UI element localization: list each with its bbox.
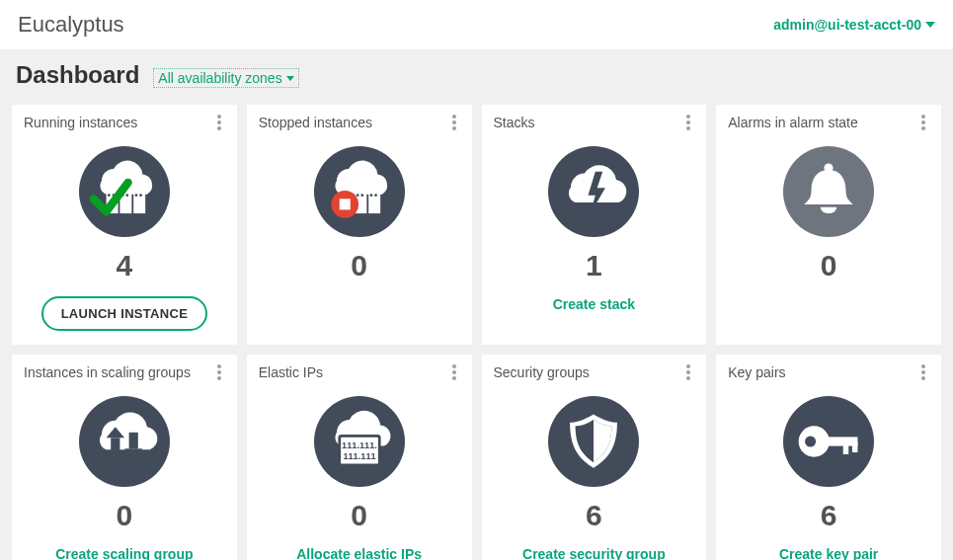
tile-menu-button[interactable] xyxy=(913,362,933,382)
create-stack-link[interactable]: Create stack xyxy=(553,296,635,312)
tile-count: 0 xyxy=(821,249,837,282)
tile-title: Alarms in alarm state xyxy=(728,115,857,130)
svg-point-23 xyxy=(360,194,363,197)
allocate-elastic-ips-link[interactable]: Allocate elastic IPs xyxy=(296,546,422,560)
svg-point-57 xyxy=(921,364,925,368)
tile-menu-button[interactable] xyxy=(209,362,229,382)
topbar: Eucalyptus admin@ui-test-acct-00 xyxy=(0,0,953,49)
svg-point-39 xyxy=(217,370,221,374)
tile-stacks: Stacks 1 Create stack xyxy=(482,105,707,345)
stacks-icon xyxy=(548,146,639,237)
tile-count: 6 xyxy=(821,499,837,532)
kebab-icon xyxy=(686,115,690,130)
svg-text:111.111: 111.111 xyxy=(343,451,375,461)
tile-title: Instances in scaling groups xyxy=(24,364,191,380)
tile-menu-button[interactable] xyxy=(444,362,464,382)
create-key-pair-link[interactable]: Create key pair xyxy=(779,546,878,560)
zone-filter-label: All availability zones xyxy=(158,70,281,86)
svg-point-46 xyxy=(452,364,456,368)
svg-point-0 xyxy=(217,115,221,119)
svg-point-24 xyxy=(369,194,372,197)
alarm-bell-icon xyxy=(783,146,874,237)
tile-count: 1 xyxy=(586,249,602,282)
caret-down-icon xyxy=(925,22,935,28)
page-title: Dashboard xyxy=(16,61,139,89)
kebab-icon xyxy=(686,364,690,380)
tile-key-pairs: Key pairs 6 Create key pair xyxy=(716,355,941,560)
kebab-icon xyxy=(452,115,456,130)
tile-title: Stacks xyxy=(494,115,535,130)
svg-point-59 xyxy=(921,376,925,380)
running-instances-icon xyxy=(79,146,170,237)
tile-security-groups: Security groups 6 Create security group xyxy=(482,355,707,560)
svg-rect-27 xyxy=(339,199,350,209)
create-scaling-group-link[interactable]: Create scaling group xyxy=(55,546,193,560)
user-menu-label: admin@ui-test-acct-00 xyxy=(773,17,921,33)
tile-menu-button[interactable] xyxy=(209,113,229,132)
svg-point-22 xyxy=(356,194,358,197)
key-pairs-icon xyxy=(783,396,874,487)
svg-point-58 xyxy=(921,370,925,374)
create-security-group-link[interactable]: Create security group xyxy=(522,546,666,560)
elastic-ips-icon: 111.111. 111.111 xyxy=(314,396,405,487)
svg-point-47 xyxy=(452,370,456,374)
svg-point-34 xyxy=(921,120,925,124)
user-menu[interactable]: admin@ui-test-acct-00 xyxy=(773,17,935,33)
tile-menu-button[interactable] xyxy=(444,113,464,132)
tile-menu-button[interactable] xyxy=(913,113,933,132)
tile-count: 0 xyxy=(351,499,367,532)
svg-point-2 xyxy=(217,126,221,130)
svg-point-40 xyxy=(217,376,221,380)
svg-point-55 xyxy=(686,376,690,380)
svg-rect-42 xyxy=(111,438,119,454)
svg-point-15 xyxy=(452,126,456,130)
sub-header: Dashboard All availability zones xyxy=(0,49,953,95)
svg-point-38 xyxy=(217,364,221,368)
tile-title: Running instances xyxy=(24,115,137,130)
dashboard-page: Eucalyptus admin@ui-test-acct-00 Dashboa… xyxy=(0,0,953,560)
zone-filter-dropdown[interactable]: All availability zones xyxy=(153,68,298,88)
svg-point-10 xyxy=(125,194,128,197)
kebab-icon xyxy=(452,364,456,380)
svg-rect-65 xyxy=(852,441,858,452)
tile-title: Security groups xyxy=(494,364,590,380)
scaling-group-icon xyxy=(79,396,170,487)
dashboard-grid: Running instances 4 LAUNCH INSTANC xyxy=(0,95,953,560)
tile-title: Key pairs xyxy=(728,364,785,380)
svg-point-11 xyxy=(134,194,137,197)
svg-point-25 xyxy=(374,194,377,197)
svg-point-54 xyxy=(686,370,690,374)
stopped-instances-icon xyxy=(314,146,405,237)
tile-count: 4 xyxy=(117,249,133,282)
tile-alarms: Alarms in alarm state 0 xyxy=(716,105,941,345)
svg-point-13 xyxy=(452,115,456,119)
svg-point-1 xyxy=(217,120,221,124)
tile-count: 0 xyxy=(117,499,133,532)
tile-running-instances: Running instances 4 LAUNCH INSTANC xyxy=(12,105,237,345)
tile-title: Elastic IPs xyxy=(259,364,323,380)
svg-point-28 xyxy=(686,115,690,119)
tile-title: Stopped instances xyxy=(259,115,372,130)
svg-point-12 xyxy=(139,194,142,197)
svg-point-48 xyxy=(452,376,456,380)
tile-stopped-instances: Stopped instances 0 xyxy=(247,105,472,345)
security-groups-icon xyxy=(548,396,639,487)
svg-point-53 xyxy=(686,364,690,368)
brand-title: Eucalyptus xyxy=(18,12,124,38)
svg-point-30 xyxy=(686,126,690,130)
tile-menu-button[interactable] xyxy=(678,362,698,382)
kebab-icon xyxy=(217,115,221,130)
kebab-icon xyxy=(921,364,925,380)
caret-down-icon xyxy=(286,76,294,81)
tile-scaling-groups: Instances in scaling groups 0 Create xyxy=(12,355,237,560)
tile-menu-button[interactable] xyxy=(678,113,698,132)
svg-point-29 xyxy=(686,120,690,124)
kebab-icon xyxy=(217,364,221,380)
tile-elastic-ips: Elastic IPs 111.111. 111.111 0 Allocate … xyxy=(247,355,472,560)
svg-point-33 xyxy=(921,115,925,119)
kebab-icon xyxy=(921,115,925,130)
tile-count: 0 xyxy=(351,249,367,282)
tile-count: 6 xyxy=(586,499,602,532)
svg-point-35 xyxy=(921,126,925,130)
launch-instance-button[interactable]: LAUNCH INSTANCE xyxy=(41,296,207,331)
